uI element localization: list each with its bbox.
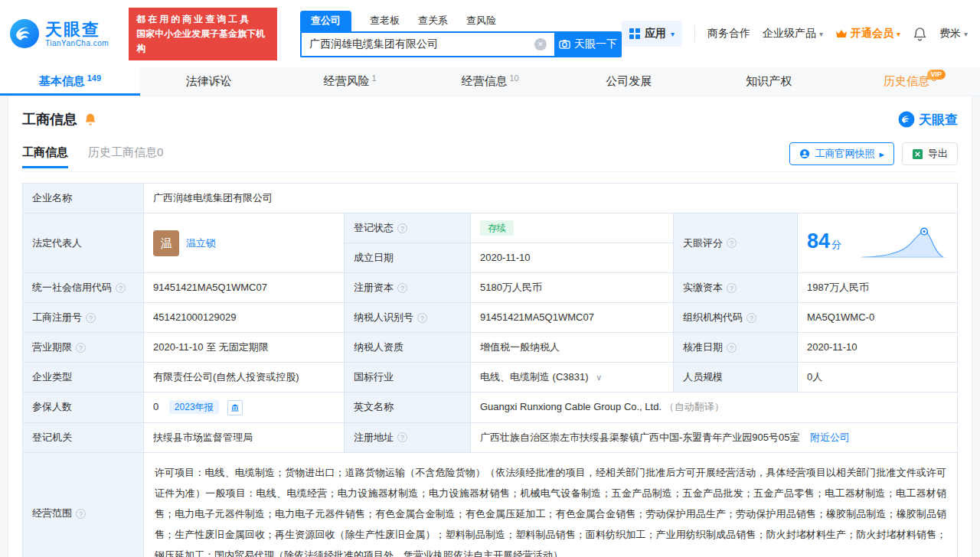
search-tab-company[interactable]: 查公司 [300,11,351,31]
help-icon[interactable]: ? [727,343,737,353]
nav-business-cooperation[interactable]: 商务合作 [707,27,750,41]
paid-capital-value: 1987万人民币 [798,273,958,303]
apps-grid-icon [629,28,640,39]
search-area: 查公司 查老板 查关系 查风险 ✕ 天眼一下 [300,11,622,57]
field-label: 国标行业 [345,363,471,393]
field-label: 纳税人资质 [345,333,471,363]
score-value: 84 [807,230,830,252]
reg-address-value: 广西壮族自治区崇左市扶绥县渠黎镇广西中国-东盟青年产业园905号05室 附近公司 [471,422,958,452]
english-name-value: Guangxi Runxiong Cable Group Co., Ltd. （… [471,393,958,423]
search-tab-risk[interactable]: 查风险 [466,14,496,31]
tianyancha-logo-icon [9,18,40,49]
table-row: 营业期限 ? 2020-11-10 至 无固定期限 纳税人资质 增值税一般纳税人… [23,333,958,363]
help-icon[interactable]: ? [116,283,126,293]
help-icon[interactable]: ? [727,238,737,248]
credit-code-value: 91451421MA5Q1WMC07 [144,273,345,303]
username: 费米 [939,27,961,41]
field-label: 英文名称 [345,393,471,423]
tianyancha-logo[interactable]: 天眼查 TianYanCha.com [9,18,109,49]
help-icon[interactable]: ? [727,283,737,293]
annual-report-icon[interactable] [227,400,243,415]
table-row: 参保人数 0 2023年报 英文名称 Guangxi Runxiong Cabl… [23,393,958,423]
clear-search-icon[interactable]: ✕ [534,38,547,50]
field-label: 天眼评分 ? [674,213,798,273]
field-label: 注册资本 ? [345,273,471,303]
arrow-right-icon: ▸ [879,148,884,160]
excel-icon [912,148,923,160]
help-icon[interactable]: ? [397,223,407,233]
subtab-history-business-info[interactable]: 历史工商信息0 [88,145,163,168]
annual-report-badge[interactable]: 2023年报 [169,400,219,414]
top-header: 天眼查 TianYanCha.com 都在用的商业查询工具 国家中小企业发展子基… [0,0,980,67]
search-button-label: 天眼一下 [574,37,617,51]
search-tab-boss[interactable]: 查老板 [370,14,400,31]
subtab-business-info[interactable]: 工商信息 [22,145,68,168]
official-snapshot-button[interactable]: 工商官网快照 ▸ [789,142,894,165]
field-label: 注册地址 ? [345,422,471,452]
legal-rep-avatar[interactable]: 温 [153,230,179,256]
tab-company-development[interactable]: 公司发展 [560,67,700,96]
logo-domain: TianYanCha.com [45,39,109,47]
help-icon[interactable]: ? [86,313,96,323]
nav-enterprise-products[interactable]: 企业级产品 ▾ [763,27,823,41]
help-icon[interactable]: ? [746,313,756,323]
help-icon[interactable]: ? [76,509,86,519]
apps-label: 应用 [645,27,666,41]
field-label: 经营范围 ? [23,452,144,557]
apps-menu[interactable]: 应用 ▾ [622,21,682,47]
tab-basic-info[interactable]: 基本信息149 [0,67,140,96]
tianyancha-mini-icon [898,111,915,128]
help-icon[interactable]: ? [417,313,427,323]
org-code-value: MA5Q1WMC-0 [798,303,958,333]
subscribe-bell-icon[interactable] [83,112,97,126]
user-menu[interactable]: 费米 ▾ [939,27,968,41]
company-tab-bar: 基本信息149 法律诉讼 经营风险1 经营信息10 公司发展 知识产权 历史信息… [0,67,980,96]
help-icon[interactable]: ? [76,343,86,353]
field-label: 工商注册号 ? [23,303,144,333]
nearby-companies-link[interactable]: 附近公司 [810,432,850,443]
vip-badge: VIP [927,70,946,80]
tab-operation-risk[interactable]: 经营风险1 [280,67,420,96]
company-name-value: 广西润雄电缆集团有限公司 [144,184,958,213]
tab-history-info[interactable]: 历史信息3 VIP [840,67,980,96]
help-icon[interactable]: ? [397,283,407,293]
notification-bell-icon[interactable] [913,27,927,41]
reg-capital-value: 5180万人民币 [471,273,674,303]
chevron-down-icon[interactable]: ∨ [596,373,602,382]
table-row: 统一社会信用代码 ? 91451421MA5Q1WMC07 注册资本 ? 518… [23,273,958,303]
caret-down-icon: ▾ [671,30,675,38]
tianyan-score-cell[interactable]: 84分 [798,213,958,273]
tab-legal-litigation[interactable]: 法律诉讼 [140,67,280,96]
field-label: 企业名称 [23,184,144,213]
reg-number-value: 451421000129029 [144,303,345,333]
table-row: 工商注册号 ? 451421000129029 纳税人识别号 ? 9145142… [23,303,958,333]
promo-line2: 国家中小企业发展子基金旗下机构 [136,27,270,56]
field-label: 统一社会信用代码 ? [23,273,144,303]
promo-line1: 都在用的商业查询工具 [136,12,270,27]
search-button[interactable]: 天眼一下 [554,31,622,57]
field-label: 成立日期 [345,243,471,273]
search-tab-relation[interactable]: 查关系 [418,14,448,31]
reg-status-value: 存续 [471,213,674,243]
export-button[interactable]: 导出 [902,142,958,165]
establish-date-value: 2020-11-10 [471,243,674,273]
table-row: 法定代表人 温 温立锁 登记状态 ? 存续 天眼评分 ? 84分 [23,213,958,243]
legal-rep-link[interactable]: 温立锁 [186,236,216,251]
field-label: 参保人数 [23,393,144,423]
header-nav: 应用 ▾ 商务合作 企业级产品 ▾ 开通会员 ▾ 费米 ▾ [622,21,968,47]
nav-open-vip[interactable]: 开通会员 ▾ [835,27,900,41]
industry-value: 电线、电缆制造 (C3831) ∨ [471,363,674,393]
search-input[interactable] [300,31,554,57]
tab-intellectual-property[interactable]: 知识产权 [700,67,840,96]
field-label: 组织机构代码 ? [674,303,798,333]
field-label: 登记状态 ? [345,213,471,243]
watermark-logo: 天眼查 [898,111,958,129]
reg-authority-value: 扶绥县市场监督管理局 [144,422,345,452]
tab-operation-info[interactable]: 经营信息10 [420,67,560,96]
divider [694,25,695,42]
help-icon[interactable]: ? [397,432,407,442]
field-label: 企业类型 [23,363,144,393]
watermark-text: 天眼查 [919,111,958,129]
field-label: 核准日期 ? [674,333,798,363]
score-unit: 分 [831,239,841,250]
